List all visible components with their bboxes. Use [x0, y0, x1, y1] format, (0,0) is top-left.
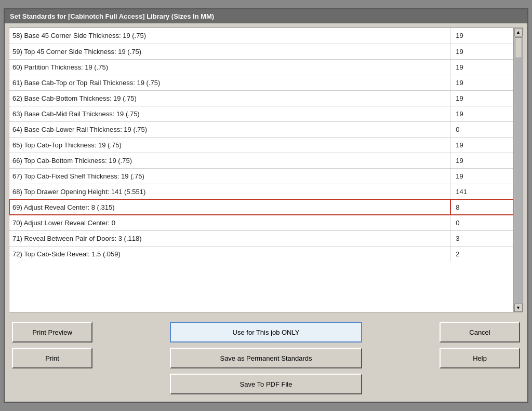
standards-table: 58) Base 45 Corner Side Thickness: 19 (.… [9, 28, 513, 262]
cancel-button[interactable]: Cancel [440, 322, 520, 342]
row-value[interactable]: 19 [450, 59, 513, 75]
table-row[interactable]: 60) Partition Thickness: 19 (.75)19 [9, 59, 513, 75]
table-row[interactable]: 61) Base Cab-Top or Top Rail Thickness: … [9, 75, 513, 90]
table-row[interactable]: 68) Top Drawer Opening Height: 141 (5.55… [9, 184, 513, 199]
row-value[interactable]: 3 [450, 230, 513, 246]
table-row[interactable]: 70) Adjust Lower Reveal Center: 00 [9, 215, 513, 230]
row-label: 71) Reveal Between Pair of Doors: 3 (.11… [9, 230, 450, 246]
table-row[interactable]: 63) Base Cab-Mid Rail Thickness: 19 (.75… [9, 106, 513, 121]
table-scroll-area[interactable]: 58) Base 45 Corner Side Thickness: 19 (.… [9, 28, 513, 312]
table-row[interactable]: 59) Top 45 Corner Side Thickness: 19 (.7… [9, 44, 513, 59]
scroll-up-button[interactable]: ▲ [514, 28, 523, 36]
button-area: Print Preview Use for This job ONLY Canc… [5, 317, 527, 402]
row-label: 63) Base Cab-Mid Rail Thickness: 19 (.75… [9, 106, 450, 121]
row-label: 66) Top Cab-Bottom Thickness: 19 (.75) [9, 153, 450, 168]
row-value[interactable]: 19 [450, 44, 513, 59]
table-row[interactable]: 69) Adjust Reveal Center: 8 (.315)8 [9, 199, 513, 215]
print-preview-button[interactable]: Print Preview [12, 322, 92, 342]
row-label: 64) Base Cab-Lower Rail Thickness: 19 (.… [9, 121, 450, 137]
table-row[interactable]: 67) Top Cab-Fixed Shelf Thickness: 19 (.… [9, 168, 513, 184]
row-value[interactable]: 19 [450, 137, 513, 153]
scroll-down-button[interactable]: ▼ [514, 304, 523, 312]
row-value[interactable]: 19 [450, 106, 513, 121]
dialog-window: Set Standards for [Cabinotch Full Access… [4, 8, 528, 403]
row-value[interactable]: 141 [450, 184, 513, 199]
row-label: 60) Partition Thickness: 19 (.75) [9, 59, 450, 75]
row-label: 61) Base Cab-Top or Top Rail Thickness: … [9, 75, 450, 90]
scroll-track [514, 36, 523, 304]
row-label: 68) Top Drawer Opening Height: 141 (5.55… [9, 184, 450, 199]
row-value[interactable]: 19 [450, 153, 513, 168]
row-label: 67) Top Cab-Fixed Shelf Thickness: 19 (.… [9, 168, 450, 184]
row-label: 69) Adjust Reveal Center: 8 (.315) [9, 199, 450, 215]
row-label: 72) Top Cab-Side Reveal: 1.5 (.059) [9, 246, 450, 262]
row-label: 59) Top 45 Corner Side Thickness: 19 (.7… [9, 44, 450, 59]
row-value[interactable]: 19 [450, 75, 513, 90]
table-row[interactable]: 72) Top Cab-Side Reveal: 1.5 (.059)2 [9, 246, 513, 262]
help-button[interactable]: Help [440, 348, 520, 368]
standards-table-container: 58) Base 45 Corner Side Thickness: 19 (.… [9, 28, 523, 312]
dialog-title: Set Standards for [Cabinotch Full Access… [10, 12, 214, 20]
scroll-thumb[interactable] [515, 37, 522, 58]
table-row[interactable]: 66) Top Cab-Bottom Thickness: 19 (.75)19 [9, 153, 513, 168]
row-value[interactable]: 0 [450, 121, 513, 137]
row-value[interactable]: 19 [450, 28, 513, 44]
table-row[interactable]: 64) Base Cab-Lower Rail Thickness: 19 (.… [9, 121, 513, 137]
row-label: 70) Adjust Lower Reveal Center: 0 [9, 215, 450, 230]
row-label: 65) Top Cab-Top Thickness: 19 (.75) [9, 137, 450, 153]
row-value[interactable]: 8 [450, 199, 513, 215]
row-label: 62) Base Cab-Bottom Thickness: 19 (.75) [9, 90, 450, 106]
row-value[interactable]: 0 [450, 215, 513, 230]
row-value[interactable]: 19 [450, 90, 513, 106]
table-row[interactable]: 71) Reveal Between Pair of Doors: 3 (.11… [9, 230, 513, 246]
save-permanent-button[interactable]: Save as Permanent Standards [170, 348, 362, 368]
print-button[interactable]: Print [12, 348, 92, 368]
table-row[interactable]: 58) Base 45 Corner Side Thickness: 19 (.… [9, 28, 513, 44]
row-value[interactable]: 2 [450, 246, 513, 262]
scrollbar: ▲ ▼ [513, 28, 523, 312]
title-bar: Set Standards for [Cabinotch Full Access… [5, 9, 527, 23]
table-row[interactable]: 65) Top Cab-Top Thickness: 19 (.75)19 [9, 137, 513, 153]
table-row[interactable]: 62) Base Cab-Bottom Thickness: 19 (.75)1… [9, 90, 513, 106]
use-for-job-button[interactable]: Use for This job ONLY [170, 322, 362, 342]
row-value[interactable]: 19 [450, 168, 513, 184]
save-pdf-button[interactable]: Save To PDF File [170, 374, 362, 394]
row-label: 58) Base 45 Corner Side Thickness: 19 (.… [9, 28, 450, 44]
